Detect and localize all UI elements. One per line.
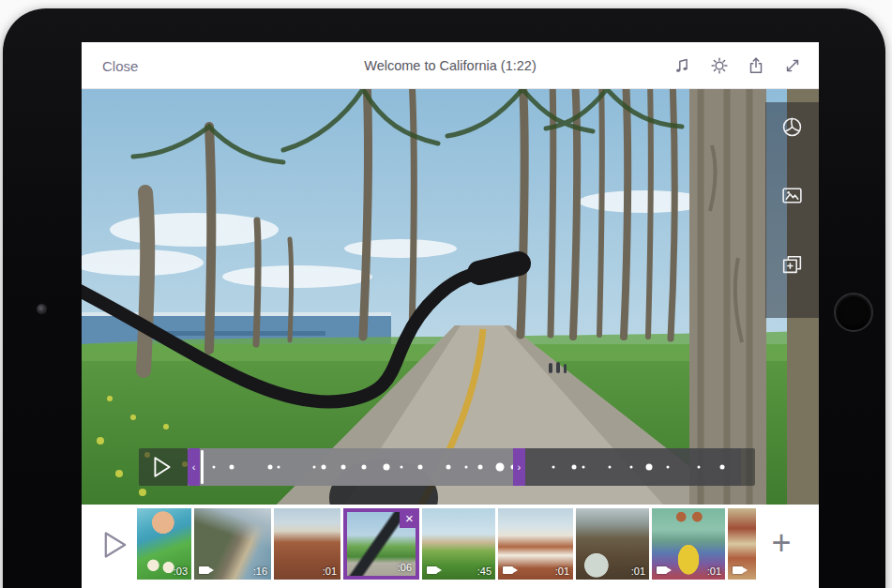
beat-marker bbox=[230, 465, 234, 470]
add-media-icon[interactable] bbox=[780, 252, 804, 276]
close-button[interactable]: Close bbox=[102, 42, 138, 89]
scrubber-track[interactable]: ‹ › bbox=[188, 448, 741, 486]
clip-thumbnail-1[interactable]: :03 bbox=[137, 508, 191, 580]
media-photo-icon[interactable] bbox=[780, 184, 804, 207]
remove-clip-button[interactable]: × bbox=[400, 508, 419, 528]
clip-thumbnail-8[interactable]: :01 bbox=[652, 508, 725, 580]
settings-icon[interactable] bbox=[708, 54, 731, 77]
beat-marker bbox=[609, 466, 612, 469]
toolbar-icons bbox=[672, 42, 804, 89]
beat-marker bbox=[698, 466, 701, 469]
add-clip-button[interactable]: + bbox=[761, 521, 802, 566]
beat-marker bbox=[362, 465, 367, 470]
beat-marker bbox=[446, 465, 450, 470]
clip-selection-range bbox=[188, 448, 525, 486]
clip-duration: :16 bbox=[253, 565, 267, 577]
trim-handle-right[interactable]: › bbox=[513, 448, 525, 486]
home-button[interactable] bbox=[834, 293, 873, 332]
trim-handle-left[interactable]: ‹ bbox=[188, 448, 200, 486]
filmstrip-play-icon[interactable] bbox=[101, 529, 129, 561]
clip-duration: :45 bbox=[477, 565, 491, 577]
beat-marker bbox=[267, 465, 272, 470]
beat-marker bbox=[212, 466, 215, 469]
video-camera-icon bbox=[427, 566, 437, 574]
share-icon[interactable] bbox=[745, 54, 767, 77]
beat-marker bbox=[719, 465, 724, 470]
looks-color-wheel-icon[interactable] bbox=[780, 115, 804, 139]
fullscreen-icon[interactable] bbox=[781, 54, 804, 77]
clip-thumbnail-3[interactable]: :01 bbox=[274, 508, 340, 580]
timeline-scrubber: ‹ › bbox=[139, 448, 755, 486]
video-camera-icon bbox=[199, 566, 209, 574]
beat-marker bbox=[383, 464, 389, 471]
front-camera bbox=[37, 304, 47, 314]
edit-tools-panel bbox=[765, 102, 819, 318]
video-camera-icon bbox=[733, 566, 743, 574]
beat-marker bbox=[322, 465, 326, 470]
clip-duration: :01 bbox=[631, 565, 645, 577]
beat-marker bbox=[478, 465, 483, 470]
scrubber-play-icon[interactable] bbox=[151, 455, 175, 479]
beat-marker bbox=[582, 466, 584, 469]
clip-thumbnail-2[interactable]: :16 bbox=[194, 508, 271, 580]
clip-thumbnail-6[interactable]: :01 bbox=[498, 508, 573, 580]
beat-marker bbox=[400, 466, 402, 469]
clip-thumbnail-4[interactable]: :06× bbox=[343, 508, 419, 580]
clip-thumbnail-5[interactable]: :45 bbox=[422, 508, 495, 580]
beat-marker bbox=[464, 466, 467, 469]
beat-marker bbox=[277, 466, 280, 469]
clip-duration: :01 bbox=[555, 565, 569, 577]
clip-duration: :01 bbox=[707, 565, 721, 577]
clip-duration: :06 bbox=[398, 562, 412, 573]
beat-marker bbox=[417, 465, 422, 470]
beat-marker bbox=[313, 466, 316, 469]
app-screen: Close Welcome to California (1:22) bbox=[82, 42, 819, 588]
video-camera-icon bbox=[503, 566, 513, 574]
top-toolbar: Close Welcome to California (1:22) bbox=[82, 42, 819, 89]
beat-marker bbox=[630, 466, 633, 469]
video-camera-icon bbox=[657, 566, 667, 574]
clip-thumbnail-9[interactable] bbox=[728, 508, 756, 580]
beat-marker bbox=[340, 465, 345, 470]
beat-marker bbox=[667, 466, 670, 469]
clip-filmstrip: :03:16:01:06×:45:01:01:01 + bbox=[82, 505, 819, 588]
clip-thumbnail-7[interactable]: :01 bbox=[576, 508, 649, 580]
beat-marker bbox=[646, 464, 653, 471]
music-icon[interactable] bbox=[672, 54, 694, 77]
beat-marker bbox=[552, 466, 554, 469]
video-preview[interactable]: ‹ › bbox=[82, 89, 819, 505]
beat-marker bbox=[495, 463, 504, 472]
clip-duration: :01 bbox=[323, 565, 337, 577]
playhead[interactable] bbox=[201, 450, 204, 484]
clips-row: :03:16:01:06×:45:01:01:01 bbox=[137, 508, 756, 580]
ipad-bezel: Close Welcome to California (1:22) bbox=[3, 8, 885, 588]
beat-marker bbox=[571, 465, 576, 470]
clip-duration: :03 bbox=[174, 565, 188, 577]
video-frame-beach-path bbox=[82, 89, 819, 505]
